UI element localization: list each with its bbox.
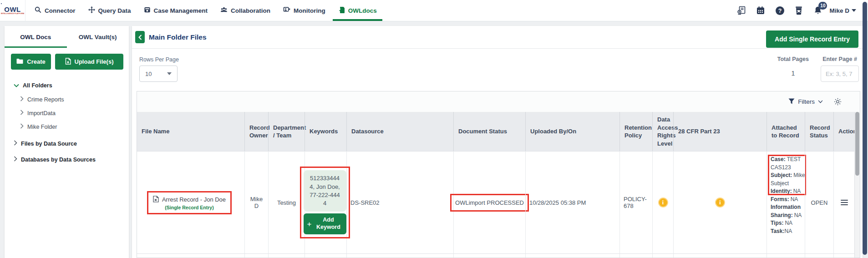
- keyword-chip[interactable]: 5123334444, Jon Doe, 77-222-4444: [304, 170, 346, 212]
- tree-item-label: ImportData: [27, 110, 56, 116]
- total-pages-value: 1: [791, 70, 795, 77]
- calendar-icon[interactable]: [753, 3, 768, 18]
- column-header-uploaded-by-on[interactable]: Uploaded By/On: [525, 112, 619, 151]
- nav-item-connector[interactable]: Connector: [28, 0, 82, 21]
- tree-item-label: Files by Data Source: [21, 141, 77, 147]
- table-scrollbar-thumb[interactable]: [855, 112, 859, 176]
- column-header-document-status[interactable]: Document Status: [453, 112, 525, 151]
- cell-keywords: 5123334444, Jon Doe, 77-222-4444 + Add K…: [305, 151, 346, 253]
- attached-subject-label: Subject:: [771, 172, 792, 178]
- table-scrollbar[interactable]: [854, 112, 860, 258]
- files-table: Filters File Name Record Owner Departmen…: [137, 91, 860, 258]
- column-header-file-name[interactable]: File Name: [137, 112, 244, 151]
- cell-attached-to-record-partial: Case:: [766, 253, 805, 258]
- cell-action: [833, 151, 854, 253]
- column-header-department-team[interactable]: Department / Team: [268, 112, 305, 151]
- chevron-right-icon: [20, 110, 24, 116]
- chevron-down-icon: [818, 100, 823, 103]
- add-single-record-entry-button[interactable]: Add Single Record Entry: [766, 30, 858, 48]
- table-settings-gear-icon[interactable]: [834, 98, 842, 106]
- chevron-down-icon: [852, 9, 856, 12]
- user-menu[interactable]: Mike D: [829, 7, 856, 14]
- row-actions-menu-icon[interactable]: [841, 200, 848, 205]
- page-number-input[interactable]: [821, 66, 859, 82]
- cell-file-name: Arrest Record - Jon Doe (Single Record E…: [137, 151, 244, 253]
- cell-department-team: Testing: [268, 151, 305, 253]
- tree-item-crime-reports[interactable]: Crime Reports: [14, 96, 129, 103]
- info-icon[interactable]: i: [716, 198, 724, 207]
- rows-per-page-select[interactable]: 10: [139, 66, 178, 82]
- table-toolbar: Filters: [137, 91, 860, 112]
- tree-item-label: All Folders: [23, 82, 52, 89]
- tree-item-databases-by-data-sources[interactable]: Databases by Data Sources: [14, 156, 129, 163]
- column-header-record-status[interactable]: Record Status: [805, 112, 833, 151]
- nav-item-monitoring[interactable]: Monitoring: [277, 0, 332, 21]
- filters-toggle[interactable]: Filters: [788, 98, 823, 106]
- chevron-down-icon: [167, 72, 172, 75]
- move-arrows-icon: [88, 6, 95, 15]
- back-button[interactable]: [135, 31, 145, 43]
- tab-label: OWL Vault(s): [79, 34, 117, 40]
- column-header-record-owner[interactable]: Record Owner: [244, 112, 268, 151]
- chevron-right-icon: [14, 140, 17, 147]
- user-name: Mike D: [829, 7, 849, 14]
- pagination-controls: Total Pages 1 Enter Page #: [777, 56, 859, 82]
- file-icon: [153, 196, 159, 204]
- nav-item-label: Monitoring: [294, 7, 325, 14]
- column-header-keywords[interactable]: Keywords: [305, 112, 346, 151]
- owl-logo[interactable]: OWL INTELLIGENCE PLATFORM: [0, 0, 25, 21]
- annotation-box-document-status: OWLimport PROCESSED: [450, 194, 529, 212]
- attached-task-label: Task:: [771, 228, 784, 234]
- help-icon[interactable]: ?: [772, 3, 787, 18]
- tree-item-files-by-data-source[interactable]: Files by Data Source: [14, 140, 129, 147]
- cell-document-status: OWLimport PROCESSED: [453, 151, 525, 253]
- column-header-data-access-rights-level[interactable]: Data Access Rights Level: [652, 112, 673, 151]
- cell-retention-policy: POLICY-678: [619, 151, 652, 253]
- scan-document-icon[interactable]: [734, 3, 749, 18]
- nav-item-case-management[interactable]: Case Management: [137, 0, 214, 21]
- upload-files-button[interactable]: Upload File(s): [55, 54, 123, 70]
- tab-owl-vaults[interactable]: OWL Vault(s): [67, 26, 129, 48]
- total-pages: Total Pages 1: [777, 56, 809, 82]
- nav-item-label: Case Management: [154, 7, 208, 14]
- notifications-bell-icon[interactable]: 10: [810, 3, 826, 18]
- cell-data-access-rights-level: i: [652, 151, 673, 253]
- cell-uploaded-by-on: 10/28/2025 05:38 PM: [525, 151, 619, 253]
- tree-item-importdata[interactable]: ImportData: [14, 110, 129, 116]
- attached-identity-value: NA: [793, 188, 801, 194]
- tab-owl-docs[interactable]: OWL Docs: [5, 26, 67, 48]
- notification-count-badge: 10: [818, 2, 827, 10]
- cell-28-cfr-part-23: i: [673, 151, 766, 253]
- briefcase-icon: [144, 6, 151, 15]
- column-header-action[interactable]: Action: [833, 112, 854, 151]
- owl-logo-dots: [0, 4, 4, 14]
- column-header-datasource[interactable]: Datasource: [346, 112, 453, 151]
- tree-item-mike-folder[interactable]: Mike Folder: [14, 123, 129, 130]
- create-button[interactable]: Create: [11, 54, 51, 70]
- chevron-right-icon: [20, 96, 24, 103]
- nav-item-collaboration[interactable]: Collaboration: [214, 0, 277, 21]
- add-keyword-button[interactable]: + Add Keyword: [304, 213, 346, 234]
- rows-per-page-control: Rows Per Page 10: [132, 49, 863, 82]
- main-panel: Main Folder Files Add Single Record Entr…: [132, 26, 863, 258]
- create-button-label: Create: [27, 58, 45, 65]
- info-icon[interactable]: i: [659, 198, 667, 207]
- file-name-link[interactable]: Arrest Record - Jon Doe: [162, 196, 226, 203]
- cell-attached-to-record: Case:TEST CAS123 Subject:Mike Subject Id…: [766, 151, 805, 253]
- nav-item-owldocs[interactable]: OWLdocs: [332, 0, 383, 21]
- bug-report-icon[interactable]: [791, 3, 807, 18]
- document-arrow-icon: [338, 6, 345, 15]
- column-header-retention-policy[interactable]: Retention Policy: [619, 112, 652, 151]
- attached-task-value: NA: [784, 228, 792, 234]
- nav-item-label: Connector: [45, 7, 76, 14]
- annotation-box-file-name: Arrest Record - Jon Doe (Single Record E…: [147, 191, 232, 214]
- attached-forms-value: NA: [791, 196, 798, 202]
- column-header-attached-to-record[interactable]: Attached to Record: [766, 112, 805, 151]
- nav-item-label: Query Data: [98, 7, 131, 14]
- page-scrollbar[interactable]: [863, 2, 867, 255]
- svg-text:?: ?: [778, 7, 782, 14]
- tree-item-all-folders[interactable]: All Folders: [14, 82, 129, 89]
- filters-label: Filters: [798, 98, 815, 105]
- column-header-28-cfr-part-23[interactable]: 28 CFR Part 23: [673, 112, 766, 151]
- nav-item-query-data[interactable]: Query Data: [82, 0, 137, 21]
